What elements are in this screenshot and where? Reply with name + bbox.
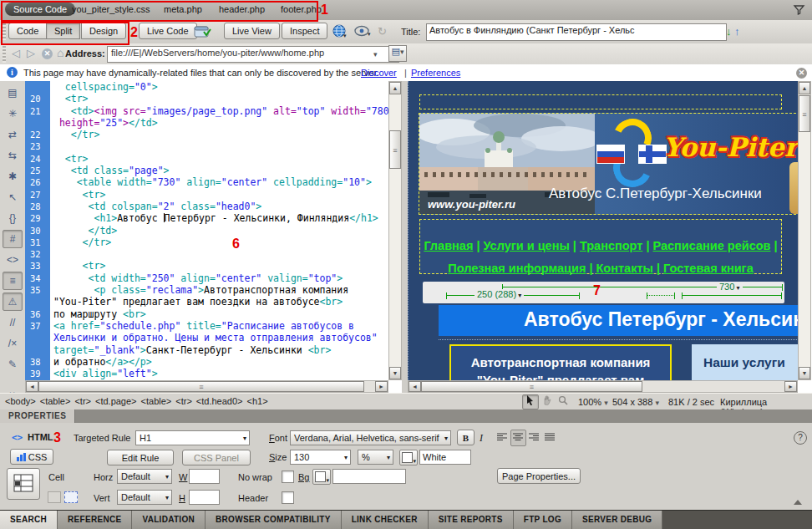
- design-horizontal-scrollbar[interactable]: ◄ ≡ ►: [408, 380, 798, 393]
- filter-related-files-icon[interactable]: [793, 3, 805, 18]
- collapse-full-tag-icon[interactable]: ⇄: [3, 125, 23, 144]
- inner-width-label[interactable]: 250 (288): [475, 289, 524, 299]
- results-tab-search[interactable]: SEARCH: [0, 511, 58, 529]
- preview-in-browser-icon[interactable]: ▾: [332, 24, 348, 40]
- results-tab-server-debug[interactable]: SERVER DEBUG: [572, 511, 662, 529]
- bg-color-input[interactable]: [332, 469, 406, 484]
- design-vertical-scrollbar[interactable]: ▲ ▼: [798, 81, 811, 380]
- header-checkbox[interactable]: [282, 491, 294, 504]
- code-line[interactable]: 33 <tr>: [25, 260, 388, 272]
- tag-path-item[interactable]: <table>: [141, 396, 172, 406]
- results-tab-site-reports[interactable]: SITE REPORTS: [429, 511, 514, 529]
- text-color-swatch[interactable]: [399, 450, 418, 465]
- get-file-icon[interactable]: ↓: [726, 25, 732, 38]
- format-source-code-icon[interactable]: ✎: [3, 355, 23, 374]
- tag-path-item[interactable]: <tr>: [175, 396, 192, 406]
- close-info-bar-icon[interactable]: ✕: [796, 67, 807, 79]
- size-unit-select[interactable]: %: [358, 450, 393, 465]
- help-icon[interactable]: ?: [794, 431, 807, 445]
- align-left-button[interactable]: [495, 430, 510, 446]
- expand-all-icon[interactable]: ✱: [3, 167, 23, 186]
- nowrap-checkbox[interactable]: [282, 471, 294, 483]
- align-center-button[interactable]: [510, 430, 526, 446]
- page-top-image-placeholder[interactable]: [419, 94, 782, 109]
- code-line[interactable]: 34 <td width="250" align="center" valign…: [25, 272, 388, 284]
- code-line[interactable]: 38и обратно</a></p>: [25, 356, 388, 368]
- nav-link[interactable]: Гостевая книга: [663, 262, 754, 275]
- discover-link[interactable]: Discover: [361, 68, 397, 78]
- scroll-up-icon[interactable]: ▲: [799, 82, 810, 94]
- italic-button[interactable]: I: [480, 432, 483, 445]
- scroll-right-icon[interactable]: ►: [784, 381, 797, 392]
- select-tool-icon[interactable]: [522, 394, 539, 409]
- align-justify-button[interactable]: [542, 430, 558, 446]
- syntax-error-alerts-icon[interactable]: ⚠: [3, 292, 23, 311]
- height-input[interactable]: [189, 490, 220, 505]
- edit-rule-button[interactable]: Edit Rule: [107, 450, 174, 465]
- apply-comment-icon[interactable]: //: [3, 313, 23, 332]
- tag-path-item[interactable]: <tr>: [74, 396, 91, 406]
- code-line[interactable]: 29 <h1>Автобус Петербург - Хельсинки, Фи…: [25, 212, 388, 224]
- tag-path-item[interactable]: <table>: [40, 396, 71, 406]
- code-vertical-scrollbar[interactable]: ▲ ▼: [388, 81, 402, 380]
- nav-link[interactable]: Расписание рейсов: [652, 239, 770, 252]
- nav-link[interactable]: Контакты: [596, 262, 653, 275]
- css-mode-button[interactable]: CSS: [10, 449, 53, 465]
- bg-color-swatch[interactable]: [312, 469, 331, 485]
- design-scrollbar-thumb[interactable]: [799, 95, 810, 132]
- results-tab-validation[interactable]: VALIDATION: [132, 511, 206, 529]
- balance-braces-icon[interactable]: {}: [3, 209, 23, 227]
- nav-link[interactable]: Услуги и цены: [483, 239, 569, 252]
- results-tab-reference[interactable]: REFERENCE: [58, 511, 132, 529]
- width-input[interactable]: [189, 469, 220, 484]
- live-view-button[interactable]: Live View: [224, 23, 280, 39]
- tag-path-item[interactable]: <h1>: [247, 396, 268, 406]
- properties-tab[interactable]: PROPERTIES: [0, 409, 75, 423]
- code-line[interactable]: 36по маршруту <br>: [25, 308, 388, 320]
- put-file-icon[interactable]: ↑: [734, 25, 740, 38]
- code-line[interactable]: 35 <p class="reclama">Автотранспортная к…: [25, 284, 388, 296]
- code-line[interactable]: height="25"></td>: [25, 117, 388, 129]
- site-banner[interactable]: You-Piter Автобус С.Петербург-Хельсинки …: [419, 113, 799, 215]
- text-color-input[interactable]: White: [419, 450, 471, 465]
- code-line[interactable]: 30 </td>: [25, 225, 388, 237]
- code-line[interactable]: 21 <td><img src="images/page_top.png" al…: [25, 105, 388, 117]
- page-heading-bar[interactable]: Автобус Петербург - Хельсинки: [439, 305, 799, 336]
- select-parent-tag-icon[interactable]: ↖: [3, 188, 23, 206]
- preferences-link[interactable]: Preferences: [411, 68, 460, 78]
- bold-button[interactable]: B: [457, 430, 475, 445]
- scroll-down-icon[interactable]: ▼: [799, 367, 810, 379]
- check-browser-compatibility-icon[interactable]: [194, 25, 212, 40]
- results-tab-browser-compatibility[interactable]: BROWSER COMPATIBILITY: [206, 511, 342, 529]
- address-list-button[interactable]: ▤: [388, 45, 407, 62]
- code-view[interactable]: cellspacing="0">20 <tr>21 <td><img src="…: [25, 81, 388, 380]
- size-select[interactable]: 130: [290, 450, 351, 465]
- nav-link[interactable]: Полезная информация: [448, 262, 586, 275]
- align-right-button[interactable]: [526, 430, 542, 446]
- scroll-up-icon[interactable]: ▲: [389, 82, 401, 94]
- title-input[interactable]: Автобус в Финляндию (Санкт Петербург - Х…: [426, 23, 727, 41]
- tag-path-item[interactable]: <body>: [5, 396, 36, 406]
- code-line[interactable]: 26 <table width="730" align="center" cel…: [25, 176, 388, 188]
- home-icon[interactable]: ⌂: [57, 46, 63, 59]
- remove-comment-icon[interactable]: /×: [3, 334, 23, 353]
- code-line[interactable]: 22 </tr>: [25, 129, 388, 140]
- nav-link[interactable]: Главная: [424, 239, 473, 252]
- panel-collapse-triangle[interactable]: [794, 500, 802, 505]
- zoom-tool-icon[interactable]: [555, 394, 571, 409]
- code-line[interactable]: Хельсинки и обратно. Цены и места отправ…: [25, 332, 388, 343]
- results-tab-link-checker[interactable]: LINK CHECKER: [342, 511, 429, 529]
- horz-select[interactable]: Default: [117, 469, 172, 484]
- stop-icon[interactable]: ✕: [42, 48, 53, 59]
- code-line[interactable]: "You-Piter" предлагает вам поездки на ав…: [25, 296, 388, 308]
- code-line[interactable]: target="_blank">Санкт-Петербург - Хельси…: [25, 344, 388, 356]
- code-line[interactable]: 25 <td class="page">: [25, 165, 388, 176]
- live-code-button[interactable]: Live Code: [139, 23, 197, 39]
- vert-select[interactable]: Default: [117, 490, 172, 505]
- line-numbers-icon[interactable]: #: [3, 230, 23, 248]
- address-dropdown-icon[interactable]: [373, 48, 378, 58]
- design-view[interactable]: You-Piter Автобус С.Петербург-Хельсинки …: [408, 81, 799, 380]
- code-horizontal-scrollbar[interactable]: ◄ ≡ ►: [25, 380, 388, 393]
- services-box[interactable]: Наши услуги: [692, 344, 799, 380]
- tag-path-item[interactable]: <td.head0>: [196, 396, 243, 406]
